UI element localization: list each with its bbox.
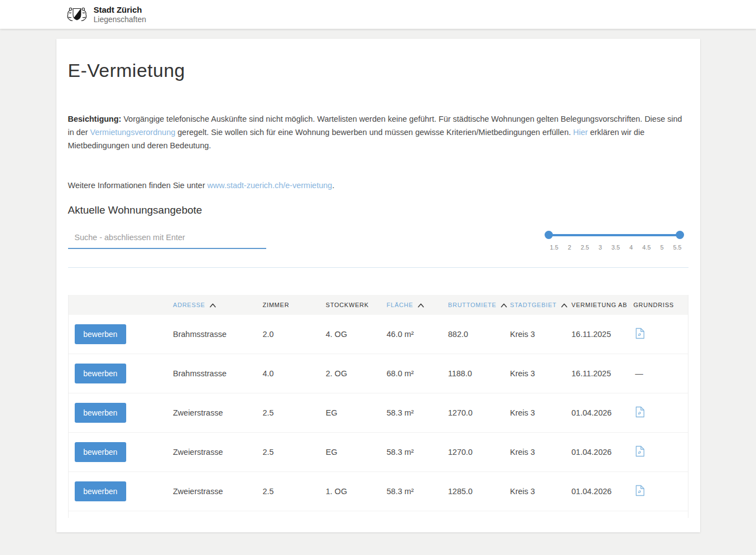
table-cell-vermietung-ab: 01.04.2026 (570, 408, 632, 417)
sort-ascending-icon[interactable] (501, 303, 507, 308)
column-header-zimmer: ZIMMER (261, 302, 324, 308)
column-header-grundriss: GRUNDRISS (632, 302, 688, 308)
search-input[interactable] (68, 227, 266, 249)
table-row: bewerben Zweierstrasse 2.5 1. OG 58.3 m²… (69, 472, 688, 511)
table-cell-flaeche: 68.0 m² (385, 369, 447, 378)
table-cell-action: bewerben (69, 324, 172, 344)
section-divider (68, 267, 688, 268)
slider-track[interactable] (548, 234, 680, 236)
column-header-bruttomiete[interactable]: BRUTTOMIETE (447, 302, 509, 308)
column-header-adresse[interactable]: ADRESSE (172, 302, 261, 308)
table-cell-zimmer: 2.5 (261, 408, 324, 417)
table-row: bewerben Brahmsstrasse 2.0 4. OG 46.0 m²… (69, 315, 688, 354)
stadt-zuerich-logo[interactable]: Stadt Zürich Liegenschaften (65, 5, 146, 24)
table-cell-zimmer: 2.5 (261, 448, 324, 457)
table-header-row: ADRESSE ZIMMER STOCKWERK FLÄCHE (69, 295, 688, 315)
section-title-wohnungsangebote: Aktuelle Wohnungsangebote (68, 204, 688, 216)
table-cell-bruttomiete: 1188.0 (447, 369, 509, 378)
table-cell-bruttomiete: 1270.0 (447, 408, 509, 417)
top-bar: Stadt Zürich Liegenschaften (0, 0, 756, 29)
brand-title: Stadt Zürich (94, 5, 146, 15)
table-cell-action: bewerben (69, 442, 172, 462)
table-cell-stockwerk: 2. OG (324, 369, 385, 378)
slider-tick-label: 4 (629, 244, 633, 251)
table-row: bewerben Zweierstrasse 2.5 EG 58.3 m² 12… (69, 393, 688, 433)
grundriss-pdf-icon[interactable] (635, 406, 645, 418)
table-cell-stadtgebiet: Kreis 3 (509, 369, 570, 378)
e-vermietung-url-link[interactable]: www.stadt-zuerich.ch/e-vermietung (208, 181, 333, 190)
column-header-stadtgebiet[interactable]: STADTGEBIET (509, 302, 570, 308)
table-cell-stadtgebiet: Kreis 3 (509, 408, 570, 417)
slider-tick-label: 5 (660, 244, 664, 251)
sort-ascending-icon[interactable] (561, 303, 567, 308)
slider-handle-min[interactable] (545, 231, 553, 239)
table-cell-vermietung-ab: 01.04.2026 (570, 487, 632, 496)
bewerben-button[interactable]: bewerben (75, 481, 127, 501)
sort-ascending-icon[interactable] (418, 303, 424, 308)
slider-tick-label: 3.5 (612, 244, 620, 251)
table-cell-stockwerk: EG (324, 408, 385, 417)
table-cell-stadtgebiet: Kreis 3 (509, 330, 570, 339)
slider-tick-label: 2 (568, 244, 571, 251)
sort-ascending-icon[interactable] (210, 303, 216, 308)
table-cell-flaeche: 58.3 m² (385, 448, 447, 457)
table-row: bewerben Brahmsstrasse 4.0 2. OG 68.0 m²… (69, 354, 688, 393)
hier-link[interactable]: Hier (573, 128, 588, 137)
slider-tick-labels: 1.522.533.544.555.5 (545, 244, 684, 251)
table-cell-grundriss (632, 328, 688, 341)
slider-tick-label: 4.5 (643, 244, 651, 251)
table-cell-adresse: Brahmsstrasse (172, 330, 261, 339)
bewerben-button[interactable]: bewerben (75, 442, 127, 462)
table-cell-grundriss (632, 406, 688, 419)
intro-paragraph: Besichtigung: Vorgängige telefonische Au… (68, 112, 688, 152)
table-cell-zimmer: 4.0 (261, 369, 324, 378)
grundriss-pdf-icon[interactable] (635, 445, 645, 457)
table-cell-grundriss (632, 445, 688, 459)
info-line: Weitere Informationen finden Sie unter w… (68, 181, 688, 190)
filter-row: 1.522.533.544.555.5 (68, 227, 688, 251)
table-cell-action: bewerben (69, 403, 172, 423)
table-cell-grundriss: — (632, 369, 688, 378)
table-cell-stockwerk: EG (324, 448, 385, 457)
bewerben-button[interactable]: bewerben (75, 324, 127, 344)
table-cell-bruttomiete: 1285.0 (447, 487, 509, 496)
grundriss-pdf-icon[interactable] (635, 485, 645, 496)
table-cell-flaeche: 58.3 m² (385, 408, 447, 417)
table-cell-bruttomiete: 1270.0 (447, 448, 509, 457)
page-title: E-Vermietung (68, 60, 688, 81)
table-cell-adresse: Brahmsstrasse (172, 369, 261, 378)
info-line-text: Weitere Informationen finden Sie unter (68, 181, 208, 190)
bewerben-button[interactable]: bewerben (75, 403, 127, 423)
table-cell-action: bewerben (69, 481, 172, 501)
rooms-range-slider: 1.522.533.544.555.5 (545, 231, 684, 251)
table-cell-stockwerk: 4. OG (324, 330, 385, 339)
zurich-coat-of-arms-icon (65, 6, 89, 23)
table-cell-zimmer: 2.5 (261, 487, 324, 496)
table-cell-vermietung-ab: 16.11.2025 (570, 330, 632, 339)
grundriss-pdf-icon[interactable] (635, 328, 645, 339)
column-header-flaeche[interactable]: FLÄCHE (385, 302, 447, 308)
search-field-wrap (68, 227, 266, 249)
intro-lead: Besichtigung: (68, 115, 122, 123)
content-card: E-Vermietung Besichtigung: Vorgängige te… (56, 39, 700, 532)
table-cell-adresse: Zweierstrasse (172, 448, 261, 457)
table-cell-stadtgebiet: Kreis 3 (509, 487, 570, 496)
table-cell-action: bewerben (69, 364, 172, 383)
table-cell-stadtgebiet: Kreis 3 (509, 448, 570, 457)
bewerben-button[interactable]: bewerben (75, 364, 127, 383)
slider-handle-max[interactable] (676, 231, 684, 239)
table-cell-adresse: Zweierstrasse (172, 408, 261, 417)
offers-table: ADRESSE ZIMMER STOCKWERK FLÄCHE (68, 295, 688, 518)
table-cell-vermietung-ab: 01.04.2026 (570, 448, 632, 457)
table-cell-zimmer: 2.0 (261, 330, 324, 339)
table-row: bewerben Zweierstrasse 2.5 EG 58.3 m² 12… (69, 433, 688, 472)
table-cell-grundriss (632, 485, 688, 498)
brand-subtitle: Liegenschaften (94, 15, 146, 24)
vermietungsverordnung-link[interactable]: Vermietungsverordnung (90, 128, 175, 137)
column-header-vermietung_ab: VERMIETUNG AB (570, 302, 632, 308)
slider-tick-label: 3 (599, 244, 602, 251)
intro-text-2: geregelt. Sie wollen sich für eine Wohnu… (175, 128, 573, 137)
table-cell-vermietung-ab: 16.11.2025 (570, 369, 632, 378)
column-header-stockwerk: STOCKWERK (324, 302, 385, 308)
table-cell-flaeche: 58.3 m² (385, 487, 447, 496)
